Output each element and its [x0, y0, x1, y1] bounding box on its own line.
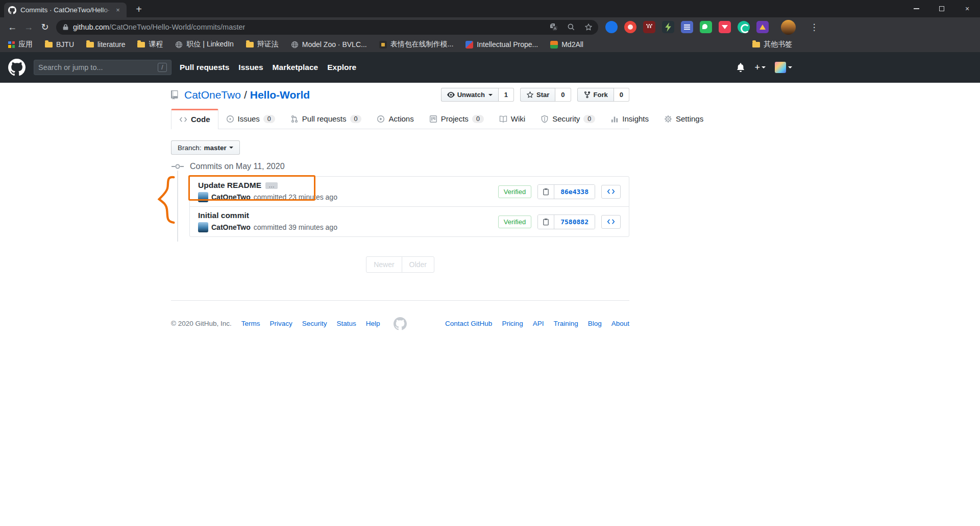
watchers-count[interactable]: 1	[499, 88, 514, 102]
commit-author-link[interactable]: CatOneTwo	[211, 223, 251, 231]
url-text[interactable]: github.com/CatOneTwo/Hello-World/commits…	[73, 23, 245, 31]
tab-code[interactable]: Code	[171, 109, 218, 129]
repo-name-link[interactable]: Hello-World	[250, 89, 310, 101]
extension-icon[interactable]	[681, 21, 693, 33]
tab-wiki[interactable]: Wiki	[492, 109, 533, 129]
extension-icon[interactable]	[605, 21, 618, 33]
stars-count[interactable]: 0	[555, 88, 571, 102]
commit-sha-link[interactable]: 86e4338	[554, 185, 595, 199]
nav-marketplace[interactable]: Marketplace	[273, 63, 318, 72]
footer-link-api[interactable]: API	[533, 320, 544, 327]
footer-link-status[interactable]: Status	[337, 320, 356, 327]
browse-code-button[interactable]	[601, 185, 621, 199]
tab-insights[interactable]: Insights	[603, 109, 656, 129]
new-tab-button[interactable]: +	[132, 3, 146, 17]
extension-icon[interactable]	[662, 21, 674, 33]
github-logo[interactable]	[8, 59, 26, 76]
minimize-button[interactable]	[903, 0, 929, 17]
branch-selector[interactable]: Branch:master	[171, 140, 240, 155]
address-bar[interactable]: github.com/CatOneTwo/Hello-World/commits…	[56, 20, 598, 35]
zoom-icon[interactable]	[565, 20, 578, 34]
bookmark-folder[interactable]: 课程	[137, 40, 163, 49]
maximize-button[interactable]	[929, 0, 954, 17]
other-bookmarks[interactable]: 其他书签	[752, 40, 792, 49]
extension-icon[interactable]	[719, 21, 731, 33]
bookmark-item[interactable]: 表情包在线制作模...	[379, 40, 454, 49]
commit-author-avatar[interactable]	[198, 192, 208, 202]
extension-icon[interactable]	[624, 21, 636, 33]
commit-author-avatar[interactable]	[198, 222, 208, 232]
footer-link-training[interactable]: Training	[553, 320, 578, 327]
verified-badge[interactable]: Verified	[498, 185, 531, 198]
tab-projects[interactable]: Projects0	[422, 109, 492, 129]
copy-sha-button[interactable]	[538, 215, 554, 229]
extension-icon[interactable]	[756, 21, 769, 33]
tab-pull-requests[interactable]: Pull requests0	[283, 109, 370, 129]
footer-link-privacy[interactable]: Privacy	[270, 320, 292, 327]
older-button[interactable]: Older	[402, 256, 434, 273]
browser-tab[interactable]: Commits · CatOneTwo/Hello-W ×	[4, 3, 127, 17]
bookmark-folder[interactable]: literature	[86, 40, 125, 49]
projects-counter: 0	[472, 115, 484, 123]
github-search-input[interactable]: Search or jump to... /	[34, 60, 172, 75]
star-button[interactable]: Star	[520, 88, 555, 102]
footer-link-about[interactable]: About	[611, 320, 629, 327]
unwatch-button[interactable]: Unwatch	[441, 88, 499, 102]
tab-actions[interactable]: Actions	[369, 109, 421, 129]
close-button[interactable]: ×	[954, 0, 980, 17]
tab-issues[interactable]: Issues0	[218, 109, 283, 129]
bookmark-folder[interactable]: 辩证法	[246, 40, 279, 49]
commit-expand-button[interactable]: …	[265, 182, 278, 189]
bookmark-item[interactable]: 职位 | LinkedIn	[175, 40, 233, 49]
verified-badge[interactable]: Verified	[498, 216, 531, 228]
nav-pull-requests[interactable]: Pull requests	[180, 63, 229, 72]
repo-owner-link[interactable]: CatOneTwo	[184, 89, 241, 101]
back-button[interactable]: ←	[4, 19, 20, 35]
footer-link-pricing[interactable]: Pricing	[502, 320, 523, 327]
nav-issues[interactable]: Issues	[238, 63, 263, 72]
bookmark-star-icon[interactable]	[582, 20, 595, 34]
tab-security[interactable]: Security0	[533, 109, 603, 129]
tab-close-icon[interactable]: ×	[113, 6, 122, 15]
footer-link-blog[interactable]: Blog	[588, 320, 602, 327]
browser-menu-icon[interactable]: ⋮	[807, 19, 821, 35]
tab-settings[interactable]: Settings	[656, 109, 711, 129]
commit-sha-link[interactable]: 7580882	[554, 215, 595, 229]
bookmark-apps[interactable]: 应用	[8, 40, 33, 49]
footer-link-contact[interactable]: Contact GitHub	[445, 320, 492, 327]
browser-profile-avatar[interactable]	[781, 20, 796, 35]
commit-author-link[interactable]: CatOneTwo	[211, 193, 251, 201]
notifications-bell-icon[interactable]	[736, 63, 745, 72]
bookmark-item[interactable]: Model Zoo · BVLC...	[291, 40, 367, 49]
commit-sha-group: 86e4338	[537, 184, 595, 199]
commit-title-link[interactable]: Update README	[198, 181, 261, 190]
extension-icon[interactable]	[643, 21, 655, 33]
chevron-down-icon	[762, 66, 766, 68]
evernote-extension-icon[interactable]	[700, 21, 712, 33]
bookmark-item[interactable]: Intellectual Prope...	[465, 40, 538, 49]
bookmark-folder[interactable]: BJTU	[45, 40, 74, 49]
footer-link-terms[interactable]: Terms	[241, 320, 260, 327]
browse-code-button[interactable]	[601, 215, 621, 229]
footer-link-help[interactable]: Help	[366, 320, 380, 327]
bookmark-item[interactable]: Md2All	[550, 40, 583, 49]
repo-actions: Unwatch 1 Star 0	[441, 88, 629, 102]
fork-button[interactable]: Fork	[577, 88, 614, 102]
newer-button[interactable]: Newer	[366, 256, 402, 273]
issues-counter: 0	[263, 115, 275, 123]
forward-button[interactable]: →	[20, 19, 37, 35]
forks-count[interactable]: 0	[614, 88, 629, 102]
annotation-brace	[156, 175, 178, 225]
reload-button[interactable]: ↻	[37, 19, 53, 35]
copy-sha-button[interactable]	[538, 185, 554, 199]
copyright-text: © 2020 GitHub, Inc.	[171, 320, 232, 327]
translate-icon[interactable]	[547, 20, 560, 34]
nav-explore[interactable]: Explore	[327, 63, 356, 72]
grammarly-extension-icon[interactable]	[738, 21, 750, 33]
globe-icon	[291, 41, 299, 49]
user-avatar-menu[interactable]	[775, 62, 792, 73]
create-new-button[interactable]: +	[754, 62, 766, 73]
footer-link-security[interactable]: Security	[302, 320, 327, 327]
site-favicon	[379, 41, 387, 49]
commit-title-link[interactable]: Initial commit	[198, 211, 249, 220]
